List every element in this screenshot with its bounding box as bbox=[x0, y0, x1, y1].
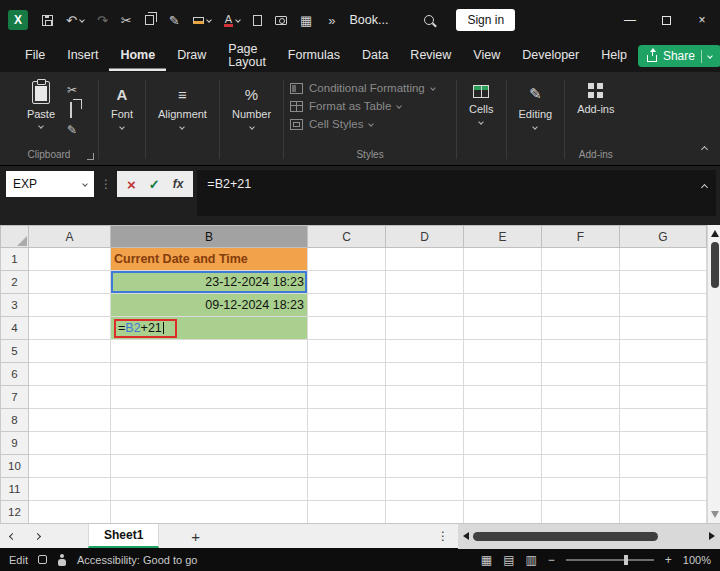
next-sheet-button[interactable] bbox=[25, 534, 50, 539]
enter-button[interactable]: ✓ bbox=[149, 178, 160, 191]
row-header-2[interactable]: 2 bbox=[1, 271, 29, 294]
insert-function-button[interactable]: fx bbox=[173, 177, 184, 191]
cell-C10[interactable] bbox=[308, 455, 386, 478]
cell-C7[interactable] bbox=[308, 386, 386, 409]
more-commands-button[interactable]: » bbox=[328, 13, 335, 28]
cell-E3[interactable] bbox=[464, 294, 542, 317]
cell-B12[interactable] bbox=[111, 501, 308, 524]
cell-C8[interactable] bbox=[308, 409, 386, 432]
zoom-level[interactable]: 100% bbox=[683, 554, 711, 566]
cell-E8[interactable] bbox=[464, 409, 542, 432]
redo-button[interactable]: ↷ bbox=[97, 13, 108, 28]
cell-F8[interactable] bbox=[542, 409, 620, 432]
cell-G6[interactable] bbox=[620, 363, 707, 386]
cell-D12[interactable] bbox=[386, 501, 464, 524]
cell-A4[interactable] bbox=[29, 317, 111, 340]
undo-button[interactable]: ↶ bbox=[66, 13, 84, 28]
cell-F3[interactable] bbox=[542, 294, 620, 317]
editing-group-button[interactable]: ✎ Editing bbox=[507, 72, 565, 165]
cell-G10[interactable] bbox=[620, 455, 707, 478]
cell-D3[interactable] bbox=[386, 294, 464, 317]
name-box[interactable]: EXP bbox=[6, 171, 94, 197]
cell-G5[interactable] bbox=[620, 340, 707, 363]
font-group-button[interactable]: A Font bbox=[99, 72, 145, 165]
scroll-right-button[interactable] bbox=[709, 532, 715, 540]
column-header-F[interactable]: F bbox=[542, 226, 620, 248]
prev-sheet-button[interactable] bbox=[0, 534, 25, 539]
copy-button[interactable] bbox=[145, 15, 156, 25]
tab-insert[interactable]: Insert bbox=[56, 41, 109, 71]
sign-in-button[interactable]: Sign in bbox=[456, 9, 515, 31]
cell-A7[interactable] bbox=[29, 386, 111, 409]
cell-G7[interactable] bbox=[620, 386, 707, 409]
horizontal-scroll-thumb[interactable] bbox=[473, 532, 658, 541]
cell-A6[interactable] bbox=[29, 363, 111, 386]
cell-B3[interactable]: 09-12-2024 18:23 bbox=[111, 294, 308, 317]
cell-G11[interactable] bbox=[620, 478, 707, 501]
copy-button[interactable] bbox=[70, 103, 74, 117]
search-icon[interactable] bbox=[424, 15, 434, 25]
cell-E10[interactable] bbox=[464, 455, 542, 478]
scroll-up-button[interactable] bbox=[711, 230, 719, 237]
cell-B9[interactable] bbox=[111, 432, 308, 455]
cell-G12[interactable] bbox=[620, 501, 707, 524]
format-as-table-button[interactable]: Format as Table bbox=[288, 97, 403, 115]
page-break-view-button[interactable]: ▥ bbox=[525, 554, 536, 566]
row-header-1[interactable]: 1 bbox=[1, 248, 29, 271]
cell-B7[interactable] bbox=[111, 386, 308, 409]
scroll-down-button[interactable] bbox=[711, 511, 719, 518]
column-header-D[interactable]: D bbox=[386, 226, 464, 248]
cell-styles-button[interactable]: Cell Styles bbox=[288, 115, 375, 133]
cell-C9[interactable] bbox=[308, 432, 386, 455]
zoom-in-button[interactable]: + bbox=[665, 554, 672, 566]
new-document-button[interactable] bbox=[253, 15, 262, 26]
cell-D1[interactable] bbox=[386, 248, 464, 271]
zoom-out-button[interactable]: − bbox=[548, 554, 555, 566]
cell-C11[interactable] bbox=[308, 478, 386, 501]
cell-A1[interactable] bbox=[29, 248, 111, 271]
conditional-formatting-button[interactable]: Conditional Formatting bbox=[288, 79, 437, 97]
cell-F12[interactable] bbox=[542, 501, 620, 524]
row-header-4[interactable]: 4 bbox=[1, 317, 29, 340]
cell-F10[interactable] bbox=[542, 455, 620, 478]
cell-A9[interactable] bbox=[29, 432, 111, 455]
column-header-A[interactable]: A bbox=[29, 226, 111, 248]
font-color-button[interactable]: A bbox=[224, 14, 240, 27]
cell-C6[interactable] bbox=[308, 363, 386, 386]
cell-B1[interactable]: Current Date and Time bbox=[111, 248, 308, 271]
cell-G9[interactable] bbox=[620, 432, 707, 455]
cell-G3[interactable] bbox=[620, 294, 707, 317]
cell-F4[interactable] bbox=[542, 317, 620, 340]
cell-F11[interactable] bbox=[542, 478, 620, 501]
row-header-8[interactable]: 8 bbox=[1, 409, 29, 432]
row-header-12[interactable]: 12 bbox=[1, 501, 29, 524]
tab-data[interactable]: Data bbox=[351, 41, 399, 71]
cell-D9[interactable] bbox=[386, 432, 464, 455]
tab-sheet1[interactable]: Sheet1 bbox=[88, 524, 159, 548]
cut-button[interactable]: ✂ bbox=[67, 83, 77, 97]
cell-B10[interactable] bbox=[111, 455, 308, 478]
close-button[interactable]: × bbox=[684, 0, 720, 40]
cell-F6[interactable] bbox=[542, 363, 620, 386]
cell-B11[interactable] bbox=[111, 478, 308, 501]
cell-A2[interactable] bbox=[29, 271, 111, 294]
cell-B5[interactable] bbox=[111, 340, 308, 363]
cell-E9[interactable] bbox=[464, 432, 542, 455]
cell-B4[interactable]: =B2+21 bbox=[111, 317, 308, 340]
cell-G4[interactable] bbox=[620, 317, 707, 340]
cell-A12[interactable] bbox=[29, 501, 111, 524]
cell-D6[interactable] bbox=[386, 363, 464, 386]
cell-E5[interactable] bbox=[464, 340, 542, 363]
formula-bar-splitter[interactable]: ⋮ bbox=[100, 177, 112, 191]
paste-button[interactable]: Paste bbox=[21, 81, 61, 137]
row-header-7[interactable]: 7 bbox=[1, 386, 29, 409]
normal-view-button[interactable]: ▦ bbox=[481, 554, 492, 566]
cell-A3[interactable] bbox=[29, 294, 111, 317]
formula-bar-collapse-button[interactable] bbox=[702, 179, 707, 193]
clipboard-dialog-launcher[interactable] bbox=[87, 153, 94, 160]
cell-C1[interactable] bbox=[308, 248, 386, 271]
column-header-B[interactable]: B bbox=[111, 226, 308, 248]
cell-E7[interactable] bbox=[464, 386, 542, 409]
vertical-scroll-thumb[interactable] bbox=[711, 242, 719, 288]
cell-A10[interactable] bbox=[29, 455, 111, 478]
